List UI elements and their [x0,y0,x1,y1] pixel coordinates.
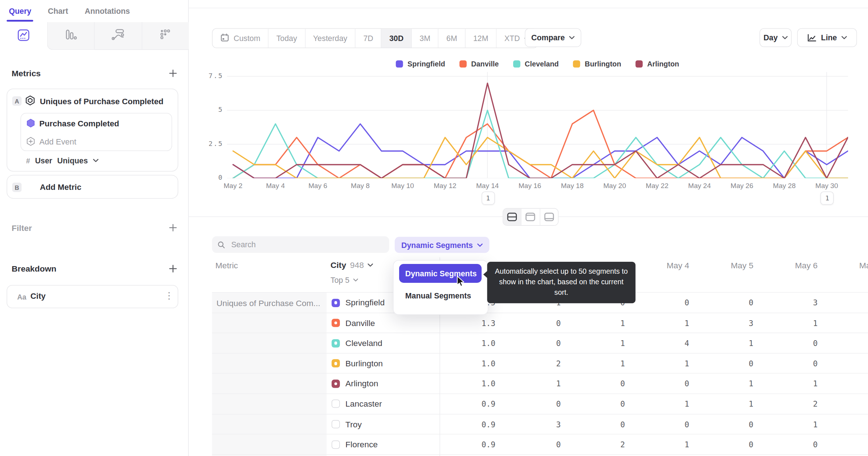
segment-checkbox-checked[interactable] [332,379,340,388]
range-6m[interactable]: 6M [438,29,465,48]
filter-header: Filter [0,223,189,232]
segment-checkbox-unchecked[interactable] [332,420,340,428]
segment-checkbox-unchecked[interactable] [332,400,340,408]
compare-button[interactable]: Compare [525,28,581,47]
range-yesterday[interactable]: Yesterday [305,29,355,48]
annotation-badge[interactable]: 1 [821,191,834,205]
legend-swatch [513,60,520,68]
layout-table-bottom-button[interactable] [540,209,558,225]
add-metric-plus-icon[interactable] [169,69,177,78]
legend-item-cleveland[interactable]: Cleveland [513,60,559,68]
segment-checkbox-checked[interactable] [332,319,340,327]
hash-icon: # [26,156,30,165]
metric-a-title: Uniques of Purchase Completed [40,97,163,106]
day-value: 1 [715,339,754,347]
tab-chart[interactable]: Chart [48,7,68,15]
table-row-danville[interactable]: Danville1.301131 [212,313,868,333]
chart-style-button[interactable]: Line [797,28,857,47]
dropdown-item-label: Manual Segments [405,291,471,300]
day-header: May 5 [709,261,754,270]
day-value: 0 [522,440,561,449]
day-value: 1 [586,339,625,347]
table-row-cleveland[interactable]: Cleveland1.001410 [212,333,868,354]
chart-type-tab-scatter-dots[interactable] [141,22,188,50]
tab-query[interactable]: Query [9,7,31,15]
legend-item-burlington[interactable]: Burlington [573,60,621,68]
checkbox-check [334,321,337,324]
kebab-menu-icon[interactable]: ⋮ [165,290,174,302]
add-filter-plus-icon[interactable] [169,224,177,232]
metric-b-card[interactable]: B Add Metric [7,175,178,199]
metric-a-card[interactable]: A Uniques of Purchase Completed Purchase… [7,89,178,172]
chart-type-tab-line-chart[interactable] [0,22,47,50]
day-value: 0 [650,379,689,388]
mouse-cursor [456,276,467,288]
legend-item-danville[interactable]: Danville [459,60,499,68]
segment-city-label: Troy [345,419,362,429]
table-row-lancaster[interactable]: Lancaster0.900112 [212,394,868,414]
top-n-selector[interactable]: Top 5 [330,276,358,284]
range-today[interactable]: Today [268,29,305,48]
segment-checkbox-checked[interactable] [332,298,340,307]
annotation-badge[interactable]: 1 [481,191,495,205]
measurement-row[interactable]: # User Uniques [26,156,98,165]
tab-annotations[interactable]: Annotations [85,7,130,15]
legend-item-springfield[interactable]: Springfield [396,60,445,68]
range-7d[interactable]: 7D [355,29,381,48]
layout-split-button[interactable] [503,209,521,225]
breakdown-header: Breakdown [0,264,189,273]
segment-city-label: Florence [345,439,378,449]
day-value: 1 [779,420,818,428]
legend-swatch [573,60,580,68]
checkbox-check [334,362,337,365]
chart-type-tab-bar-chart[interactable] [47,22,94,50]
compare-label: Compare [531,33,565,42]
range-custom[interactable]: Custom [212,29,268,48]
x-tick-label: May 14 [470,182,505,190]
segment-city-label: Burlington [345,358,383,368]
dropdown-item-manual-segments[interactable]: Manual Segments [405,291,471,300]
interval-button[interactable]: Day [759,28,791,47]
search-icon [218,240,225,249]
add-event-label[interactable]: Add Event [39,137,76,146]
segment-checkbox-checked[interactable] [332,339,340,347]
x-tick-label: May 28 [767,182,802,190]
chart-type-tabs [0,22,189,50]
range-30d[interactable]: 30D [381,29,411,48]
dropdown-item-dynamic-segments[interactable]: Dynamic Segments [399,264,482,283]
legend-item-arlington[interactable]: Arlington [636,60,679,68]
breakdown-city-card[interactable]: Aa City ⋮ [7,285,178,308]
date-range-group: CustomTodayYesterday7D30D3M6M12MXTD [212,28,538,48]
chevron-down-icon [353,278,358,282]
search-input[interactable] [230,240,384,249]
segment-checkbox-checked[interactable] [332,359,340,368]
day-value: 1 [779,379,818,388]
event-name[interactable]: Purchase Completed [39,119,119,128]
table-row-troy[interactable]: Troy0.930001 [212,414,868,435]
day-header: May 6 [773,261,818,270]
range-3m[interactable]: 3M [411,29,438,48]
legend-swatch [459,60,467,68]
line-chart-plot[interactable] [227,72,848,178]
add-breakdown-plus-icon[interactable] [169,265,177,273]
day-value: 3 [715,318,754,327]
top-divider [189,8,868,8]
event-group: Purchase Completed Add Event [20,113,172,151]
query-sidebar: QueryChartAnnotations Metrics A Uniques … [0,0,189,456]
table-row-florence[interactable]: Florence0.902100 [212,435,868,455]
segments-search [212,236,389,253]
purchase-completed-icon [26,118,36,128]
segment-checkbox-unchecked[interactable] [332,440,340,449]
table-row-arlington[interactable]: Arlington1.010011 [212,374,868,394]
chart-type-tab-stream-chart[interactable] [94,22,141,50]
day-value: 0 [779,440,818,449]
segments-mode-button[interactable]: Dynamic Segments [395,237,490,253]
x-tick-label: May 26 [724,182,760,190]
range-label: Yesterday [313,34,347,42]
layout-chart-top-button[interactable] [521,209,540,225]
segments-tooltip: Automatically select up to 50 segments t… [487,262,635,303]
range-12m[interactable]: 12M [465,29,496,48]
segment-city-label: Danville [345,318,375,327]
day-value: 3 [779,298,818,307]
table-row-burlington[interactable]: Burlington1.021100 [212,354,868,374]
